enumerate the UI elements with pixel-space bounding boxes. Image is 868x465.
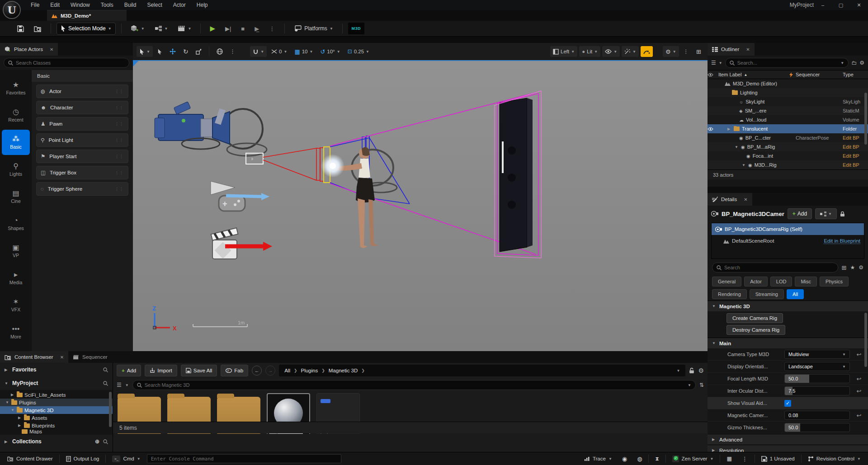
outliner-row-bp-character[interactable]: ◉ BP_C...cter CharacterPose Edit BP <box>708 133 868 142</box>
outliner-row-m3d-rig[interactable]: ▼ ◉ M3D...Rig Edit BP <box>708 160 868 169</box>
collapse-caret[interactable]: ▼ <box>735 145 739 149</box>
effects-dropdown[interactable]: ▼ <box>622 46 639 57</box>
fab-button[interactable]: F Fab <box>221 365 248 376</box>
viewport-settings-dropdown[interactable]: ⚙ ▼ <box>663 46 679 57</box>
favorites-star-icon[interactable]: ★ <box>850 264 855 271</box>
magnetic-camera-input[interactable]: 0.08 <box>784 411 850 420</box>
destroy-camera-rig-button[interactable]: Destroy Camera Rig <box>726 325 785 335</box>
menu-file[interactable]: File <box>25 0 45 10</box>
breadcrumb-plugins[interactable]: Plugins <box>301 368 318 373</box>
visibility-eye-icon[interactable] <box>708 127 718 131</box>
browse-content-button[interactable] <box>30 23 45 34</box>
place-actor-item-player-start[interactable]: ⚑ Player Start⋮⋮ <box>36 150 128 163</box>
unsaved-changes-button[interactable]: ✦ 1 Unsaved <box>758 454 798 464</box>
close-icon[interactable]: ✕ <box>50 47 53 52</box>
new-folder-icon[interactable]: 🗀 <box>851 60 857 66</box>
rail-lights[interactable]: ⚲ Lights <box>2 157 30 182</box>
menu-build[interactable]: Build <box>119 0 142 10</box>
revision-control-dropdown[interactable]: Revision Control▼ <box>804 454 864 464</box>
nav-forward-button[interactable]: → <box>265 366 275 376</box>
edit-bp-link[interactable]: Edit BP <box>843 153 859 159</box>
tree-scrollbar[interactable] <box>109 392 112 427</box>
world-coord-toggle[interactable] <box>214 46 226 57</box>
show-visual-aid-checkbox[interactable]: ✓ <box>784 400 791 407</box>
place-actor-item-trigger-sphere[interactable]: ◌ Trigger Sphere⋮⋮ <box>36 182 128 196</box>
inter-ocular-input[interactable]: 7.5 <box>784 386 850 395</box>
create-camera-rig-button[interactable]: Create Camera Rig <box>726 313 783 323</box>
place-actor-item-trigger-box[interactable]: ◫ Trigger Box⋮⋮ <box>36 166 128 179</box>
unlock-icon[interactable] <box>689 367 694 374</box>
console-command-input[interactable]: Enter Console Command <box>147 454 341 463</box>
import-button[interactable]: Import <box>145 365 177 376</box>
rail-more[interactable]: ••• More <box>2 319 30 345</box>
reset-icon[interactable]: ↩ <box>850 376 868 382</box>
section-advanced[interactable]: ▶Advanced <box>708 434 868 445</box>
outliner-row-skylight[interactable]: ☼ SkyLight SkyLigh <box>708 97 868 106</box>
close-icon[interactable]: ✕ <box>744 197 747 202</box>
filter-lod[interactable]: LOD <box>770 277 793 287</box>
breadcrumb-all[interactable]: All <box>284 368 290 373</box>
filter-streaming[interactable]: Streaming <box>750 289 784 299</box>
menu-window[interactable]: Window <box>65 0 95 10</box>
rail-media[interactable]: ▸ Media <box>2 265 30 291</box>
background-tasks-icon[interactable]: ⧗ <box>651 454 662 464</box>
outliner-row-staticmesh[interactable]: ◈ SM_...ere StaticM <box>708 106 868 115</box>
derived-data-icon[interactable]: ▦ <box>723 454 735 464</box>
maximize-button[interactable]: ▢ <box>832 0 850 10</box>
blueprint-actions-dropdown[interactable]: ▼ <box>815 208 837 219</box>
project-section[interactable]: ▼MyProject <box>0 376 113 390</box>
sequencer-tab[interactable]: Sequencer <box>68 351 112 363</box>
tree-magnetic3d[interactable]: ▼ Magnetic 3D <box>0 406 113 414</box>
save-button[interactable] <box>14 23 28 34</box>
collapse-caret[interactable]: ▼ <box>742 163 746 167</box>
cb-settings-gear-icon[interactable]: ⚙ <box>698 367 704 374</box>
details-settings-gear-icon[interactable]: ⚙ <box>859 264 863 271</box>
output-log-button[interactable]: Output Log <box>62 454 103 464</box>
rail-vp[interactable]: ▣ VP <box>2 238 30 263</box>
collections-section[interactable]: ▶Collections ⊕ <box>0 435 113 448</box>
platforms-dropdown[interactable]: Platforms ▼ <box>290 23 337 34</box>
place-actors-search-input[interactable]: Search Classes <box>4 58 129 68</box>
nav-back-button[interactable]: ← <box>252 366 262 376</box>
view-mode-dropdown[interactable]: ● Lit ▼ <box>579 46 600 57</box>
content-search-input[interactable]: Search Magnetic 3D ▼ <box>132 380 696 390</box>
component-sceneroot-row[interactable]: DefaultSceneRoot Edit in Blueprint <box>712 235 864 247</box>
save-all-button[interactable]: Save All <box>181 365 217 376</box>
rail-recent[interactable]: ◷ Recent <box>2 103 30 128</box>
rail-shapes[interactable]: ◔ Shapes <box>2 211 30 236</box>
rail-cine[interactable]: ▤ Cine <box>2 184 30 209</box>
rotation-snap-dropdown[interactable]: ↺ 10° ▼ <box>317 46 343 57</box>
stop-button[interactable]: ■ <box>237 23 248 34</box>
camera-type-dropdown[interactable]: Multiview▼ <box>784 350 850 359</box>
place-actors-tab[interactable]: + Place Actors ✕ <box>0 43 58 56</box>
component-self-row[interactable]: BP_Magnetic3DCameraRig (Self) <box>712 223 864 235</box>
tree-plugins[interactable]: ▼ Plugins <box>0 399 113 406</box>
blueprint-dropdown[interactable]: ▼ <box>151 23 172 34</box>
scale-snap-dropdown[interactable]: ⊡ 0.25 ▼ <box>345 46 372 57</box>
outliner-row-translucent[interactable]: ▶ Translucent Folder <box>708 124 868 133</box>
m3d-plugin-button[interactable]: M3D <box>348 23 364 34</box>
show-flags-dropdown[interactable]: ▼ <box>602 46 620 57</box>
place-actor-item-actor[interactable]: ◍ Actor⋮⋮ <box>36 85 128 98</box>
zen-server-dropdown[interactable]: Zen Server▼ <box>669 454 717 464</box>
reset-icon[interactable]: ↩ <box>850 388 868 395</box>
outliner-row-focalpoint[interactable]: ◉ Foca...int Edit BP <box>708 151 868 160</box>
frame-skip-button[interactable]: ▶| <box>222 23 235 34</box>
outliner-row-volumetric-cloud[interactable]: ☁ Vol...loud Volume <box>708 115 868 124</box>
outliner-scrollbar[interactable] <box>864 93 867 145</box>
viewport-select-mode-dropdown[interactable]: ▼ <box>137 46 153 57</box>
filter-misc[interactable]: Misc <box>795 277 817 287</box>
play-options-menu[interactable]: ⋮ <box>265 23 279 34</box>
focal-length-input[interactable]: 50.0 <box>784 374 850 383</box>
rail-favorites[interactable]: ★ Favorites <box>2 75 30 101</box>
outliner-column-headers[interactable]: Item Label ▲ Sequencer Type <box>708 70 868 79</box>
outliner-row-level[interactable]: M3D_Demo (Editor) <box>708 79 868 88</box>
menu-actor[interactable]: Actor <box>168 0 191 10</box>
filter-actor[interactable]: Actor <box>744 277 768 287</box>
level-tab[interactable]: M3D_Demo* <box>47 10 127 21</box>
close-icon[interactable]: ✕ <box>746 47 750 52</box>
menu-tools[interactable]: Tools <box>95 0 119 10</box>
rotate-tool[interactable]: ↻ <box>180 46 191 57</box>
expand-caret[interactable]: ▶ <box>727 127 731 131</box>
details-tab[interactable]: Details ✕ <box>708 193 752 206</box>
